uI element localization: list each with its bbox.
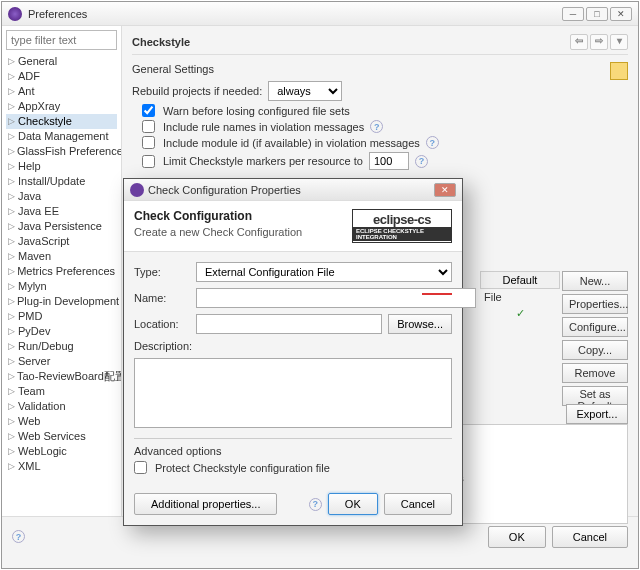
include-rule-label: Include rule names in violation messages: [163, 121, 364, 133]
copy-button[interactable]: Copy...: [562, 340, 628, 360]
help-button[interactable]: ?: [12, 530, 25, 543]
type-label: Type:: [134, 266, 190, 278]
configure-button[interactable]: Configure...: [562, 317, 628, 337]
dialog-close-button[interactable]: ✕: [434, 183, 456, 197]
rebuild-label: Rebuild projects if needed:: [132, 85, 262, 97]
tree-item[interactable]: ▷Maven: [6, 249, 117, 264]
col-default: Default: [480, 271, 560, 289]
rebuild-select[interactable]: always: [268, 81, 342, 101]
tree-item[interactable]: ▷ADF: [6, 69, 117, 84]
dialog-heading: Check Configuration: [134, 209, 352, 223]
cancel-button[interactable]: Cancel: [552, 526, 628, 548]
tree-item[interactable]: ▷JavaScript: [6, 234, 117, 249]
general-settings-label: General Settings: [132, 63, 628, 75]
tree-item[interactable]: ▷GlassFish Preferences: [6, 144, 117, 159]
export-button[interactable]: Export...: [566, 404, 628, 424]
help-icon[interactable]: ?: [426, 136, 439, 149]
config-table: Default File ✓: [480, 271, 560, 322]
tree-item[interactable]: ▷Metrics Preferences: [6, 264, 117, 279]
location-label: Location:: [134, 318, 190, 330]
remove-button[interactable]: Remove: [562, 363, 628, 383]
tree-item[interactable]: ▷Ant: [6, 84, 117, 99]
tree-item[interactable]: ▷Java EE: [6, 204, 117, 219]
protect-label: Protect Checkstyle configuration file: [155, 462, 330, 474]
eclipse-cs-logo: eclipse-cs ECLIPSE CHECKSTYLE INTEGRATIO…: [352, 209, 452, 243]
tree-item[interactable]: ▷XML: [6, 459, 117, 474]
name-input[interactable]: [196, 288, 476, 308]
minimize-button[interactable]: ─: [562, 7, 584, 21]
tree-item[interactable]: ▷Validation: [6, 399, 117, 414]
warn-checkbox[interactable]: [142, 104, 155, 117]
close-button[interactable]: ✕: [610, 7, 632, 21]
tree-item[interactable]: ▷Data Management: [6, 129, 117, 144]
tree-item[interactable]: ▷Install/Update: [6, 174, 117, 189]
tree-item[interactable]: ▷PMD: [6, 309, 117, 324]
limit-label: Limit Checkstyle markers per resource to: [163, 155, 363, 167]
help-icon[interactable]: ?: [415, 155, 428, 168]
limit-input[interactable]: [369, 152, 409, 170]
dialog-title: Check Configuration Properties: [148, 184, 434, 196]
help-icon[interactable]: ?: [370, 120, 383, 133]
limit-checkbox[interactable]: [142, 155, 155, 168]
dialog-ok-button[interactable]: OK: [328, 493, 378, 515]
tree-item[interactable]: ▷Run/Debug: [6, 339, 117, 354]
tree-item[interactable]: ▷Web: [6, 414, 117, 429]
dialog-subheading: Create a new Check Configuration: [134, 226, 352, 238]
new-button[interactable]: New...: [562, 271, 628, 291]
advanced-label: Advanced options: [134, 445, 452, 457]
tree-item[interactable]: ▷AppXray: [6, 99, 117, 114]
additional-props-button[interactable]: Additional properties...: [134, 493, 277, 515]
type-select[interactable]: External Configuration File: [196, 262, 452, 282]
dialog-icon: [130, 183, 144, 197]
tree-item[interactable]: ▷WebLogic: [6, 444, 117, 459]
tree-item[interactable]: ▷Server: [6, 354, 117, 369]
tree-item[interactable]: ▷Java Persistence: [6, 219, 117, 234]
tree-item[interactable]: ▷General: [6, 54, 117, 69]
name-label: Name:: [134, 292, 190, 304]
tree-item[interactable]: ▷Team: [6, 384, 117, 399]
nav-menu-button[interactable]: ▾: [610, 34, 628, 50]
include-module-checkbox[interactable]: [142, 136, 155, 149]
tree-item[interactable]: ▷Web Services: [6, 429, 117, 444]
check-cell: ✓: [480, 305, 560, 322]
tree-item[interactable]: ▷Help: [6, 159, 117, 174]
preferences-window: Preferences ─ □ ✕ ▷General▷ADF▷Ant▷AppXr…: [1, 1, 639, 569]
tree: ▷General▷ADF▷Ant▷AppXray▷Checkstyle▷Data…: [6, 54, 117, 474]
protect-checkbox[interactable]: [134, 461, 147, 474]
window-title: Preferences: [28, 8, 562, 20]
desc-label: Description:: [134, 340, 190, 352]
decorator-icon: [610, 62, 628, 80]
warn-label: Warn before losing configured file sets: [163, 105, 350, 117]
browse-button[interactable]: Browse...: [388, 314, 452, 334]
tree-item[interactable]: ▷Mylyn: [6, 279, 117, 294]
location-input[interactable]: [196, 314, 382, 334]
nav-back-button[interactable]: ⇦: [570, 34, 588, 50]
dialog-cancel-button[interactable]: Cancel: [384, 493, 452, 515]
file-cell: File: [480, 289, 560, 305]
tree-item[interactable]: ▷Tao-ReviewBoard配置: [6, 369, 117, 384]
tree-item[interactable]: ▷Checkstyle: [6, 114, 117, 129]
page-title: Checkstyle: [132, 36, 190, 48]
filter-input[interactable]: [6, 30, 117, 50]
include-module-label: Include module id (if available) in viol…: [163, 137, 420, 149]
tree-item[interactable]: ▷Java: [6, 189, 117, 204]
nav-fwd-button[interactable]: ⇨: [590, 34, 608, 50]
description-textarea[interactable]: [134, 358, 452, 428]
set-default-button[interactable]: Set as Default: [562, 386, 628, 406]
check-config-dialog: Check Configuration Properties ✕ Check C…: [123, 178, 463, 526]
properties-button[interactable]: Properties...: [562, 294, 628, 314]
tree-item[interactable]: ▷Plug-in Development: [6, 294, 117, 309]
tree-item[interactable]: ▷PyDev: [6, 324, 117, 339]
dialog-help-button[interactable]: ?: [309, 498, 322, 511]
app-icon: [8, 7, 22, 21]
include-rule-checkbox[interactable]: [142, 120, 155, 133]
ok-button[interactable]: OK: [488, 526, 546, 548]
sidebar: ▷General▷ADF▷Ant▷AppXray▷Checkstyle▷Data…: [2, 26, 122, 516]
maximize-button[interactable]: □: [586, 7, 608, 21]
titlebar: Preferences ─ □ ✕: [2, 2, 638, 26]
